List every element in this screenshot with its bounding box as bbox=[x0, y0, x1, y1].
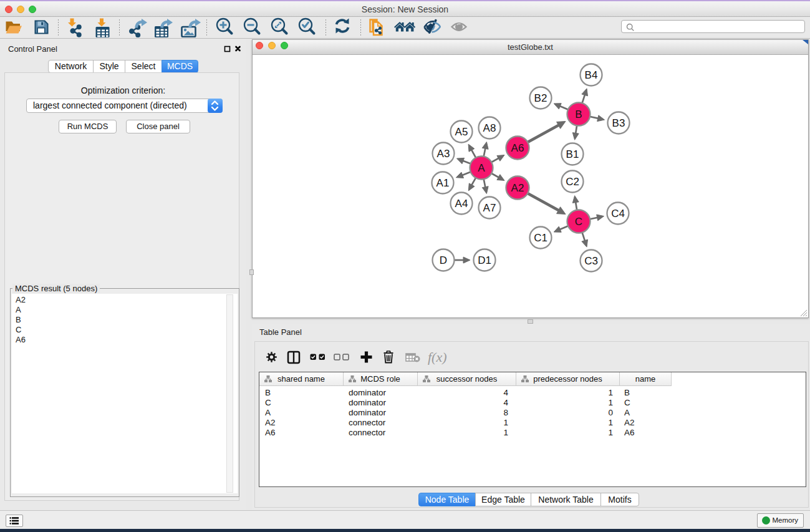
svg-text:C: C bbox=[575, 216, 582, 228]
svg-text:A1: A1 bbox=[436, 177, 450, 189]
svg-text:A6: A6 bbox=[511, 142, 524, 154]
svg-text:C3: C3 bbox=[584, 255, 598, 267]
svg-text:B3: B3 bbox=[612, 117, 625, 129]
svg-text:B4: B4 bbox=[585, 69, 598, 81]
svg-text:A7: A7 bbox=[483, 202, 496, 214]
svg-text:D: D bbox=[440, 254, 447, 266]
svg-text:A4: A4 bbox=[455, 198, 468, 210]
svg-text:C1: C1 bbox=[534, 232, 547, 244]
svg-text:B2: B2 bbox=[534, 92, 547, 104]
svg-text:C2: C2 bbox=[566, 176, 579, 188]
svg-text:D1: D1 bbox=[478, 254, 491, 266]
svg-text:A2: A2 bbox=[511, 182, 524, 194]
svg-text:A8: A8 bbox=[483, 122, 496, 134]
svg-text:B: B bbox=[575, 109, 582, 120]
svg-text:A5: A5 bbox=[455, 126, 468, 138]
svg-text:C4: C4 bbox=[611, 208, 625, 220]
svg-text:A3: A3 bbox=[437, 148, 450, 160]
svg-text:A: A bbox=[478, 162, 485, 174]
svg-text:B1: B1 bbox=[566, 148, 579, 160]
